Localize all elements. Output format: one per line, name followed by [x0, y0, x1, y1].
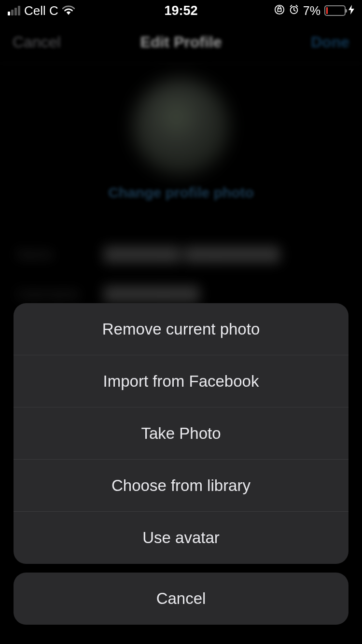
wifi-icon — [62, 3, 75, 18]
action-use-avatar[interactable]: Use avatar — [14, 512, 348, 564]
carrier-label: Cell C — [24, 3, 58, 18]
page-title: Edit Profile — [140, 33, 222, 51]
status-right: 7% — [274, 4, 354, 18]
action-take-photo[interactable]: Take Photo — [14, 407, 348, 460]
nav-cancel-button[interactable]: Cancel — [13, 33, 61, 51]
nav-done-button[interactable]: Done — [311, 33, 349, 51]
avatar[interactable] — [133, 78, 229, 175]
battery-icon — [324, 5, 346, 16]
form-row: Name ████████ ██████████ — [17, 235, 345, 274]
alarm-icon — [289, 4, 299, 18]
nav-bar: Cancel Edit Profile Done — [0, 21, 362, 64]
status-left: Cell C — [8, 3, 75, 18]
status-time: 19:52 — [164, 3, 197, 18]
action-choose-library[interactable]: Choose from library — [14, 460, 348, 512]
change-photo-link[interactable]: Change profile photo — [108, 184, 254, 201]
profile-photo-section: Change profile photo — [0, 64, 362, 220]
action-import-facebook[interactable]: Import from Facebook — [14, 355, 348, 407]
rotation-lock-icon — [274, 4, 285, 18]
action-sheet-cancel[interactable]: Cancel — [14, 573, 348, 625]
battery-percent: 7% — [303, 4, 320, 18]
status-bar: Cell C 19:52 7% — [0, 0, 362, 21]
charging-icon — [348, 5, 354, 17]
action-remove-photo[interactable]: Remove current photo — [14, 303, 348, 355]
action-sheet: Remove current photo Import from Faceboo… — [0, 303, 362, 644]
signal-icon — [8, 6, 20, 15]
